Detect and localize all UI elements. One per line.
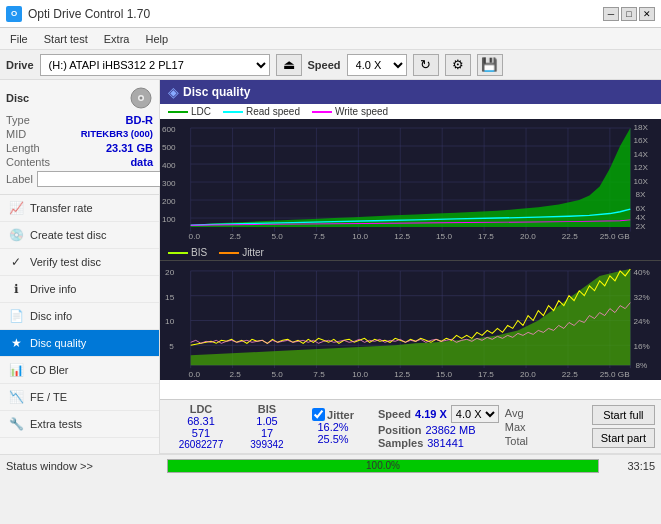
ldc-max: 571	[192, 427, 210, 439]
svg-text:16%: 16%	[633, 342, 649, 351]
legend-write-speed-label: Write speed	[335, 106, 388, 117]
svg-text:300: 300	[162, 179, 176, 187]
svg-text:12.5: 12.5	[394, 370, 410, 379]
svg-text:7.5: 7.5	[313, 370, 325, 379]
legend-read-speed-label: Read speed	[246, 106, 300, 117]
action-buttons: Start full Start part	[592, 405, 655, 448]
legend-write-speed: Write speed	[312, 106, 388, 117]
disc-label-label: Label	[6, 173, 33, 185]
svg-text:17.5: 17.5	[478, 370, 494, 379]
legend-read-speed-color	[223, 111, 243, 113]
status-window-nav[interactable]: Status window >>	[6, 460, 161, 472]
svg-text:200: 200	[162, 197, 176, 205]
legend-write-speed-color	[312, 111, 332, 113]
legend-read-speed: Read speed	[223, 106, 300, 117]
sidebar: Disc Type BD-R MID RITEKBR3 (000) Length…	[0, 80, 160, 454]
sidebar-item-disc-info[interactable]: 📄 Disc info	[0, 303, 159, 330]
verify-test-disc-icon: ✓	[8, 254, 24, 270]
svg-text:14X: 14X	[633, 150, 648, 158]
chart-header-title: Disc quality	[183, 85, 250, 99]
svg-text:400: 400	[162, 161, 176, 169]
svg-text:15.0: 15.0	[436, 232, 452, 240]
disc-label-input[interactable]	[37, 171, 170, 187]
speed-row: Speed 4.19 X 4.0 X	[378, 405, 499, 423]
disc-panel-title: Disc	[6, 92, 29, 104]
speed-select-stats[interactable]: 4.0 X	[451, 405, 499, 423]
maximize-button[interactable]: □	[621, 7, 637, 21]
svg-text:25.0 GB: 25.0 GB	[600, 232, 630, 240]
speed-select[interactable]: 4.0 X	[347, 54, 407, 76]
app-title: Opti Drive Control 1.70	[28, 7, 150, 21]
avg-label: Avg	[505, 407, 528, 419]
sidebar-item-extra-tests[interactable]: 🔧 Extra tests	[0, 411, 159, 438]
disc-length-label: Length	[6, 142, 40, 154]
svg-text:10.0: 10.0	[352, 232, 368, 240]
position-value: 23862 MB	[425, 424, 475, 436]
disc-length-field: Length 23.31 GB	[6, 142, 153, 154]
sidebar-item-drive-info[interactable]: ℹ Drive info	[0, 276, 159, 303]
disc-type-value: BD-R	[126, 114, 154, 126]
jitter-max: 25.5%	[317, 433, 348, 445]
options-button[interactable]: ⚙	[445, 54, 471, 76]
progress-value: 100.0%	[366, 460, 400, 471]
progress-container: 100.0%	[167, 459, 599, 473]
sidebar-item-create-test-disc[interactable]: 💿 Create test disc	[0, 222, 159, 249]
start-part-button[interactable]: Start part	[592, 428, 655, 448]
sidebar-item-label-cd-bler: CD Bler	[30, 364, 69, 376]
legend-jitter-label: Jitter	[242, 247, 264, 258]
bottom-chart-svg: 20 15 10 5 40% 32% 24% 16% 8% 0.0 2.5 5.…	[160, 261, 661, 380]
menu-start-test[interactable]: Start test	[38, 31, 94, 47]
drive-select[interactable]: (H:) ATAPI iHBS312 2 PL17	[40, 54, 270, 76]
legend-bis-label: BIS	[191, 247, 207, 258]
speed-pos-samples: Speed 4.19 X 4.0 X Position 23862 MB Sam…	[378, 405, 499, 449]
legend-bis: BIS	[168, 247, 207, 258]
app-icon: O	[6, 6, 22, 22]
ldc-header: LDC	[190, 403, 213, 415]
fe-te-icon: 📉	[8, 389, 24, 405]
disc-info-icon: 📄	[8, 308, 24, 324]
jitter-header: Jitter	[327, 409, 354, 421]
jitter-checkbox[interactable]	[312, 408, 325, 421]
refresh-button[interactable]: ↻	[413, 54, 439, 76]
sidebar-item-transfer-rate[interactable]: 📈 Transfer rate	[0, 195, 159, 222]
jitter-check-row: Jitter	[312, 408, 354, 421]
svg-text:10: 10	[165, 318, 175, 327]
sidebar-item-label-drive-info: Drive info	[30, 283, 76, 295]
menu-extra[interactable]: Extra	[98, 31, 136, 47]
speed-header: Speed	[378, 408, 411, 420]
minimize-button[interactable]: ─	[603, 7, 619, 21]
svg-text:20.0: 20.0	[520, 370, 536, 379]
drive-label: Drive	[6, 59, 34, 71]
svg-text:15: 15	[165, 293, 175, 302]
sidebar-item-label-extra-tests: Extra tests	[30, 418, 82, 430]
menu-help[interactable]: Help	[139, 31, 174, 47]
speed-value: 4.19 X	[415, 408, 447, 420]
row-labels: Avg Max Total	[505, 407, 528, 447]
menu-file[interactable]: File	[4, 31, 34, 47]
sidebar-item-fe-te[interactable]: 📉 FE / TE	[0, 384, 159, 411]
total-label: Total	[505, 435, 528, 447]
sidebar-item-label-create-test-disc: Create test disc	[30, 229, 106, 241]
disc-mid-field: MID RITEKBR3 (000)	[6, 128, 153, 140]
sidebar-item-cd-bler[interactable]: 📊 CD Bler	[0, 357, 159, 384]
disc-label-row: Label ⬟	[6, 170, 153, 188]
svg-text:15.0: 15.0	[436, 370, 452, 379]
ldc-avg: 68.31	[187, 415, 215, 427]
start-full-button[interactable]: Start full	[592, 405, 655, 425]
window-controls[interactable]: ─ □ ✕	[603, 7, 655, 21]
svg-text:6X: 6X	[635, 204, 645, 212]
svg-text:4X: 4X	[635, 213, 645, 221]
close-button[interactable]: ✕	[639, 7, 655, 21]
svg-text:20: 20	[165, 268, 175, 277]
disc-type-label: Type	[6, 114, 30, 126]
save-button[interactable]: 💾	[477, 54, 503, 76]
svg-text:2.5: 2.5	[230, 232, 241, 240]
disc-type-field: Type BD-R	[6, 114, 153, 126]
sidebar-item-verify-test-disc[interactable]: ✓ Verify test disc	[0, 249, 159, 276]
eject-button[interactable]: ⏏	[276, 54, 302, 76]
sidebar-item-disc-quality[interactable]: ★ Disc quality	[0, 330, 159, 357]
samples-header: Samples	[378, 437, 423, 449]
top-chart-svg: 600 500 400 300 200 100 18X 16X 14X 12X …	[160, 119, 661, 245]
legend-jitter-color	[219, 252, 239, 254]
ldc-total: 26082277	[179, 439, 224, 450]
